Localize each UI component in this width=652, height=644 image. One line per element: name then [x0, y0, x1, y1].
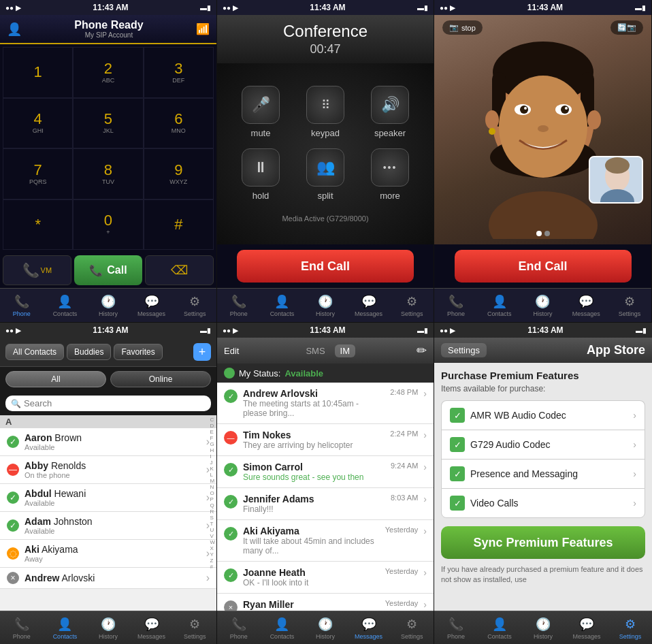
- voicemail-button[interactable]: 📞 VM: [3, 255, 71, 285]
- c-tab-settings[interactable]: ⚙ Settings: [173, 611, 216, 644]
- search-icon: 🔍: [11, 399, 21, 408]
- msg-ryan-miller[interactable]: × Ryan Miller tty! Yesterday ›: [217, 594, 434, 611]
- c-tab-history[interactable]: 🕐 History: [86, 611, 130, 644]
- buddies-tab[interactable]: Buddies: [67, 344, 111, 360]
- delete-button[interactable]: ⌫: [145, 255, 214, 285]
- conf-tab-messages[interactable]: 💬 Messages: [347, 289, 391, 322]
- c-tab-contacts[interactable]: 👤 Contacts: [44, 611, 87, 644]
- dial-key-5[interactable]: 5JKL: [73, 98, 143, 149]
- a-tab-settings[interactable]: ⚙ Settings: [608, 611, 652, 644]
- dial-key-4[interactable]: 4GHI: [3, 98, 73, 149]
- a-tab-contacts[interactable]: 👤 Contacts: [478, 611, 521, 644]
- vid-tab-messages[interactable]: 💬 Messages: [564, 289, 608, 322]
- dial-key-9[interactable]: 9WXYZ: [144, 148, 214, 199]
- contact-aaron-brown[interactable]: ✓ Aaron Brown Available ›: [0, 428, 216, 456]
- m-tab-history[interactable]: 🕐 History: [304, 611, 347, 644]
- call-button[interactable]: 📞 Call: [74, 255, 143, 285]
- speaker-button[interactable]: 🔊 speaker: [363, 86, 417, 138]
- feature-name-amr: AMR WB Audio Codec: [470, 410, 627, 421]
- conf-tab-history[interactable]: 🕐 History: [304, 289, 347, 322]
- msg-time-ryan: Yesterday: [385, 599, 419, 607]
- dial-key-0[interactable]: 0+: [73, 199, 143, 251]
- feature-video[interactable]: ✓ Video Calls ›: [441, 488, 645, 518]
- feature-amr-wb[interactable]: ✓ AMR WB Audio Codec ›: [441, 400, 645, 430]
- msg-jennifer-adams[interactable]: ✓ Jennifer Adams Finally!!! 8:03 AM ›: [217, 488, 434, 520]
- vid-tab-contacts[interactable]: 👤 Contacts: [478, 289, 521, 322]
- m-tab-phone[interactable]: 📞 Phone: [217, 611, 261, 644]
- contact-aki-akiyama[interactable]: ◌ Aki Akiyama Away ›: [0, 540, 216, 568]
- msg-simon-carrol[interactable]: ✓ Simon Carrol Sure sounds great - see y…: [217, 456, 434, 488]
- m-tab-settings[interactable]: ⚙ Settings: [390, 611, 434, 644]
- tab-history[interactable]: 🕐 History: [86, 289, 130, 322]
- a-tab-phone[interactable]: 📞 Phone: [434, 611, 478, 644]
- filter-all[interactable]: All: [5, 371, 106, 387]
- dial-key-1[interactable]: 1: [3, 47, 73, 98]
- sms-tab[interactable]: SMS: [300, 344, 330, 357]
- all-contacts-tab[interactable]: All Contacts: [5, 344, 64, 360]
- mute-button[interactable]: 🎤 mute: [233, 86, 288, 138]
- dial-key-2[interactable]: 2ABC: [73, 47, 143, 98]
- dial-key-8[interactable]: 8TUV: [73, 148, 143, 199]
- battery-6: ▬▮: [636, 327, 647, 334]
- vid-tab-phone[interactable]: 📞 Phone: [434, 289, 478, 322]
- feature-g729[interactable]: ✓ G729 Audio Codec ›: [441, 430, 645, 459]
- conference-end-call-button[interactable]: End Call: [237, 250, 414, 283]
- vm-label: VM: [41, 266, 52, 274]
- msg-andrew-arlovski[interactable]: ✓ Andrew Arlovski The meeting starts at …: [217, 383, 434, 424]
- my-status-value[interactable]: Available: [284, 368, 323, 379]
- search-input[interactable]: [24, 398, 206, 408]
- contact-status-aaron: ✓: [7, 436, 19, 448]
- new-message-button[interactable]: ✏: [417, 343, 427, 358]
- tab-contacts[interactable]: 👤 Contacts: [44, 289, 87, 322]
- edit-button[interactable]: Edit: [224, 346, 239, 356]
- keypad-button[interactable]: ⠿ keypad: [298, 86, 353, 138]
- contact-abby-renolds[interactable]: — Abby Renolds On the phone ›: [0, 456, 216, 484]
- msg-joanne-heath[interactable]: ✓ Joanne Heath OK - I'll look into it Ye…: [217, 562, 434, 594]
- tab-settings[interactable]: ⚙ Settings: [173, 289, 216, 322]
- split-button[interactable]: 👥 split: [298, 148, 353, 201]
- video-end-call-button[interactable]: End Call: [455, 250, 632, 283]
- contact-abdul-hewani[interactable]: ✓ Abdul Hewani Available ›: [0, 484, 216, 512]
- a-tab-messages[interactable]: 💬 Messages: [565, 611, 608, 644]
- m-tab-messages[interactable]: 💬 Messages: [347, 611, 391, 644]
- conf-tab-settings[interactable]: ⚙ Settings: [390, 289, 434, 322]
- conf-tab-phone[interactable]: 📞 Phone: [217, 289, 261, 322]
- dial-key-7[interactable]: 7PQRS: [3, 148, 73, 199]
- tab-phone[interactable]: 📞 Phone: [0, 289, 44, 322]
- vid-tab-history[interactable]: 🕐 History: [521, 289, 565, 322]
- appstore-settings-button[interactable]: Settings: [441, 343, 487, 357]
- msg-tim-nokes[interactable]: — Tim Nokes They are arriving by helicop…: [217, 424, 434, 456]
- c-tab-phone[interactable]: 📞 Phone: [0, 611, 44, 644]
- dial-key-3[interactable]: 3DEF: [144, 47, 214, 98]
- conf-tab-contacts[interactable]: 👤 Contacts: [261, 289, 304, 322]
- msg-aki-akiyama[interactable]: ✓ Aki Akiyama It will take about 45min a…: [217, 520, 434, 562]
- more-button[interactable]: ••• more: [363, 148, 417, 201]
- sync-premium-button[interactable]: Sync Premium Features: [441, 526, 645, 559]
- stop-camera-button[interactable]: 📷 stop: [442, 20, 483, 35]
- vid-tab-settings[interactable]: ⚙ Settings: [608, 289, 651, 322]
- switch-camera-button[interactable]: 🔄📷: [610, 20, 643, 35]
- dial-key-star[interactable]: *: [3, 199, 73, 251]
- time-4: 11:43 AM: [93, 325, 128, 335]
- video-tab-bar: 📞 Phone 👤 Contacts 🕐 History 💬 Messages …: [434, 288, 651, 322]
- add-contact-button[interactable]: +: [193, 343, 211, 361]
- feature-presence[interactable]: ✓ Presence and Messaging ›: [441, 459, 645, 488]
- a-tab-history[interactable]: 🕐 History: [521, 611, 565, 644]
- time-5: 11:43 AM: [310, 325, 345, 335]
- contact-andrew-arlovski[interactable]: × Andrew Arlovski ›: [0, 568, 216, 589]
- m-tab-contacts[interactable]: 👤 Contacts: [261, 611, 304, 644]
- status-icons-5: ●● ▶: [223, 327, 238, 334]
- filter-online[interactable]: Online: [110, 371, 211, 387]
- contact-adam-johnston[interactable]: ✓ Adam Johnston Available ›: [0, 512, 216, 540]
- contact-info-andrew: Andrew Arlovski: [25, 573, 201, 583]
- svg-point-11: [524, 107, 527, 110]
- dial-key-hash[interactable]: #: [144, 199, 214, 251]
- tab-messages[interactable]: 💬 Messages: [130, 289, 174, 322]
- c-tab-messages[interactable]: 💬 Messages: [130, 611, 174, 644]
- hold-button[interactable]: ⏸ hold: [233, 148, 288, 201]
- msg-status-ryan: ×: [224, 600, 238, 611]
- pip-self-view[interactable]: [589, 156, 643, 204]
- favorites-tab[interactable]: Favorites: [114, 344, 162, 360]
- im-tab[interactable]: IM: [335, 344, 355, 357]
- dial-key-6[interactable]: 6MNO: [144, 98, 214, 149]
